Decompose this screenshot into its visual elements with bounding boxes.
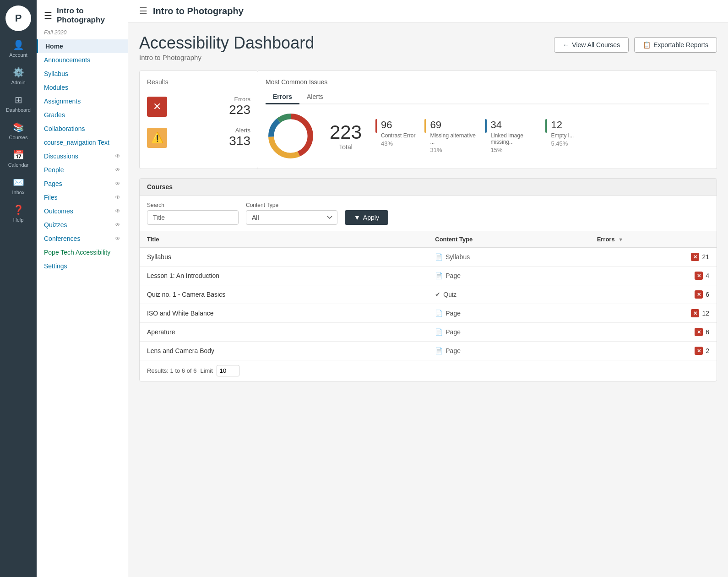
sidebar-item-grades[interactable]: Grades (37, 108, 128, 122)
row-title: Syllabus (140, 248, 428, 267)
search-filter-group: Search (147, 202, 239, 225)
error-badge: ✕ (691, 253, 699, 261)
topbar-hamburger[interactable]: ☰ (139, 5, 147, 16)
sidebar-item-files[interactable]: Files 👁 (37, 191, 128, 204)
sidebar-item-home[interactable]: Home (37, 39, 128, 53)
sidebar-item-modules[interactable]: Modules (37, 81, 128, 94)
empty-bar (545, 119, 547, 133)
nav-rail-item-calendar[interactable]: 📅 Calendar (0, 145, 37, 172)
sidebar-item-people[interactable]: People 👁 (37, 163, 128, 177)
dashboard-header: Accessibility Dashboard Intro to Photogr… (139, 33, 717, 61)
error-badge: ✕ (695, 347, 703, 355)
issue-stat-alt: 69 Missing alternative ... 31% (424, 119, 476, 153)
issue-stat-contrast: 96 Contrast Error 43% (375, 119, 415, 153)
view-all-courses-button[interactable]: ← View All Courses (554, 37, 629, 53)
nav-rail-item-help[interactable]: ❓ Help (0, 200, 37, 227)
alt-num: 69 (430, 119, 476, 131)
error-badge: ✕ (695, 290, 703, 299)
nav-rail-item-admin[interactable]: ⚙️ Admin (0, 62, 37, 90)
issue-stat-contrast-data: 96 Contrast Error 43% (381, 119, 415, 147)
dashboard-title-block: Accessibility Dashboard Intro to Photogr… (139, 33, 314, 61)
sidebar-item-assignments[interactable]: Assignments (37, 94, 128, 108)
errors-numbers: Errors 223 (229, 96, 250, 117)
arrow-left-icon: ← (563, 41, 569, 49)
alt-bar (424, 119, 426, 133)
nav-rail-item-dashboard[interactable]: ⊞ Dashboard (0, 90, 37, 117)
contrast-label: Contrast Error (381, 132, 415, 139)
people-eye-icon: 👁 (115, 167, 120, 173)
sidebar-item-course-nav[interactable]: course_navigation Text (37, 136, 128, 149)
issues-breakdown: 96 Contrast Error 43% 69 Missing alterna… (375, 119, 574, 153)
sidebar-item-pages[interactable]: Pages 👁 (37, 177, 128, 191)
content-type-filter-group: Content Type All (246, 202, 337, 225)
help-icon: ❓ (13, 204, 24, 215)
sidebar-course-title: Intro to Photography (57, 6, 120, 25)
row-errors: ✕ 4 (590, 267, 717, 285)
row-title: Lens and Camera Body (140, 342, 428, 360)
search-input[interactable] (147, 210, 239, 225)
nav-rail-label-calendar: Calendar (8, 162, 29, 168)
nav-rail-label-dashboard: Dashboard (6, 107, 31, 113)
sidebar-item-conferences[interactable]: Conferences 👁 (37, 232, 128, 245)
search-label: Search (147, 202, 239, 208)
nav-rail-item-courses[interactable]: 📚 Courses (0, 117, 37, 145)
alert-icon: ⚠️ (147, 128, 167, 148)
error-num: 12 (702, 310, 709, 317)
issues-total-label: Total (330, 143, 362, 151)
apply-button[interactable]: ▼ Apply (345, 210, 388, 225)
content-type-icon: 📄 (435, 310, 443, 317)
row-title: Aperature (140, 323, 428, 342)
linked-pct: 15% (490, 147, 536, 153)
content-type-value: Syllabus (445, 253, 470, 261)
content-type-icon: 📄 (435, 347, 443, 354)
contrast-pct: 43% (381, 140, 415, 147)
courses-filters: Search Content Type All ▼ Apply (140, 196, 717, 231)
common-issues-heading: Most Common Issues (266, 78, 709, 86)
error-badge: ✕ (695, 272, 703, 280)
issues-total-num: 223 (330, 121, 362, 143)
error-badge: ✕ (695, 328, 703, 336)
sidebar-item-quizzes[interactable]: Quizzes 👁 (37, 218, 128, 232)
content-type-select[interactable]: All (246, 210, 337, 225)
row-content-type: ✔ Quiz (428, 285, 589, 304)
contrast-bar (375, 119, 377, 133)
main-content: ☰ Intro to Photography Accessibility Das… (128, 0, 728, 577)
dashboard-title: Accessibility Dashboard (139, 33, 314, 53)
sidebar-item-announcements[interactable]: Announcements (37, 53, 128, 67)
donut-svg (266, 111, 316, 161)
courses-icon: 📚 (13, 122, 24, 133)
empty-num: 12 (551, 119, 574, 131)
alerts-numbers: Alerts 313 (229, 127, 250, 148)
sidebar-item-syllabus[interactable]: Syllabus (37, 67, 128, 81)
sidebar-item-collaborations[interactable]: Collaborations (37, 122, 128, 136)
content-type-icon: ✔ (435, 291, 440, 298)
exportable-reports-button[interactable]: 📋 Exportable Reports (634, 37, 717, 53)
content-type-value: Quiz (443, 291, 456, 298)
nav-rail-label-account: Account (9, 52, 27, 58)
issues-content: 223 Total 96 Contrast Error 43% (266, 111, 709, 161)
row-title: Quiz no. 1 - Camera Basics (140, 285, 428, 304)
row-content-type: 📄 Syllabus (428, 248, 589, 267)
sidebar-item-settings[interactable]: Settings (37, 259, 128, 273)
tab-errors[interactable]: Errors (266, 90, 299, 104)
error-num: 6 (706, 291, 709, 298)
alerts-count: 313 (229, 134, 250, 148)
tab-alerts[interactable]: Alerts (299, 90, 331, 104)
nav-rail-item-inbox[interactable]: ✉️ Inbox (0, 172, 37, 200)
sidebar-item-pope-tech[interactable]: Pope Tech Accessibility (37, 245, 128, 259)
nav-rail-item-account[interactable]: 👤 Account (0, 35, 37, 62)
limit-input[interactable] (217, 365, 239, 376)
sidebar-item-discussions[interactable]: Discussions 👁 (37, 149, 128, 163)
nav-rail-label-inbox: Inbox (12, 190, 25, 195)
col-errors[interactable]: Errors ▼ (590, 231, 717, 248)
alerts-result-item: ⚠️ Alerts 313 (147, 122, 250, 153)
row-errors: ✕ 12 (590, 304, 717, 323)
row-errors: ✕ 2 (590, 342, 717, 360)
sidebar-hamburger[interactable]: ☰ (44, 10, 52, 21)
linked-label: Linked image missing... (490, 132, 536, 145)
sidebar-item-outcomes[interactable]: Outcomes 👁 (37, 204, 128, 218)
sidebar-nav: Home Announcements Syllabus Modules Assi… (37, 39, 128, 577)
linked-bar (485, 119, 487, 133)
account-icon: 👤 (13, 39, 24, 50)
courses-header: Courses (140, 179, 717, 196)
